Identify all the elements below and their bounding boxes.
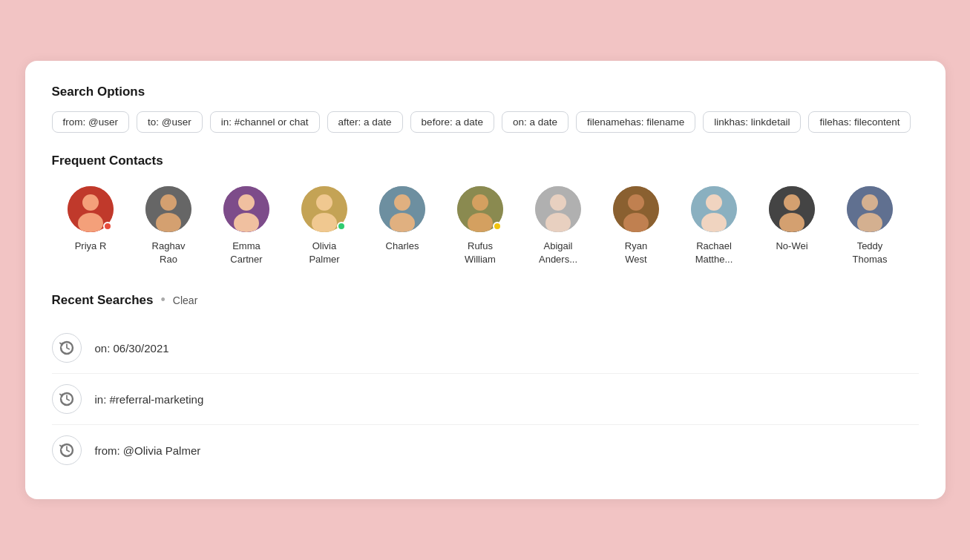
contact-name-teddy: Teddy Thomas (853, 240, 888, 266)
recent-search-item-search1[interactable]: on: 06/30/2021 (52, 323, 919, 374)
contact-item-rufus[interactable]: Rufus William (442, 180, 520, 271)
search-option-chip[interactable]: to: @user (137, 111, 203, 133)
contact-name-raghav: Raghav Rao (152, 240, 186, 266)
search-option-chip[interactable]: on: a date (502, 111, 568, 133)
recent-searches-list: on: 06/30/2021in: #referral-marketingfro… (52, 323, 919, 475)
contact-name-priya: Priya R (75, 240, 107, 253)
status-dot-olivia (337, 222, 346, 231)
contact-item-olivia[interactable]: Olivia Palmer (286, 180, 364, 271)
svg-point-4 (160, 194, 177, 211)
search-option-chip[interactable]: before: a date (410, 111, 494, 133)
recent-searches-title: Recent Searches (52, 293, 154, 308)
frequent-contacts-section: Frequent Contacts Priya RRaghav RaoEmma … (52, 154, 919, 271)
contact-item-charles[interactable]: Charles (364, 180, 442, 271)
dot-separator: • (161, 292, 166, 308)
svg-point-22 (628, 194, 644, 211)
contact-avatar-raghav (145, 186, 191, 232)
recent-search-item-search2[interactable]: in: #referral-marketing (52, 374, 919, 425)
search-option-chip[interactable]: filehas: filecontent (808, 111, 911, 133)
frequent-contacts-title: Frequent Contacts (52, 154, 919, 168)
contact-item-teddy[interactable]: Teddy Thomas (831, 180, 909, 271)
history-icon-wrapper (52, 333, 82, 363)
clear-button[interactable]: Clear (173, 294, 197, 306)
search-option-chip[interactable]: linkhas: linkdetail (703, 111, 801, 133)
contact-item-abigail[interactable]: Abigail Anders... (520, 180, 597, 271)
contact-item-priya[interactable]: Priya R (52, 180, 130, 271)
contact-item-ryan[interactable]: Ryan West (597, 180, 675, 271)
svg-point-1 (82, 194, 99, 211)
svg-point-19 (550, 194, 566, 211)
search-option-chip[interactable]: after: a date (327, 111, 403, 133)
contact-avatar-ryan (613, 186, 659, 232)
history-icon-wrapper (52, 435, 82, 465)
contact-name-emma: Emma Cartner (230, 240, 262, 266)
svg-point-28 (784, 194, 800, 211)
search-option-chip[interactable]: from: @user (52, 111, 129, 133)
history-icon-wrapper (52, 384, 82, 414)
recent-search-text-search1: on: 06/30/2021 (95, 342, 169, 355)
contact-name-rachael: Rachael Matthe... (695, 240, 733, 266)
search-panel: Search Options from: @userto: @userin: #… (25, 61, 946, 499)
svg-point-31 (862, 194, 878, 211)
contact-item-emma[interactable]: Emma Cartner (208, 180, 286, 271)
search-option-chip[interactable]: in: #channel or chat (210, 111, 320, 133)
svg-point-25 (706, 194, 722, 211)
contact-name-charles: Charles (386, 240, 419, 253)
search-options-chips: from: @userto: @userin: #channel or chat… (52, 111, 919, 133)
contact-item-rachael[interactable]: Rachael Matthe... (675, 180, 753, 271)
contact-name-nowei: No-Wei (776, 240, 807, 253)
recent-search-item-search3[interactable]: from: @Olivia Palmer (52, 425, 919, 475)
contact-item-raghav[interactable]: Raghav Rao (130, 180, 208, 271)
search-options-title: Search Options (52, 85, 919, 99)
contact-avatar-emma (223, 186, 269, 232)
contact-name-ryan: Ryan West (625, 240, 647, 266)
contact-name-abigail: Abigail Anders... (539, 240, 577, 266)
status-dot-priya (103, 222, 112, 231)
contact-avatar-abigail (535, 186, 581, 232)
contact-avatar-charles (379, 186, 425, 232)
contact-name-rufus: Rufus William (465, 240, 496, 266)
contacts-row: Priya RRaghav RaoEmma CartnerOlivia Palm… (52, 180, 919, 271)
svg-point-10 (316, 194, 332, 211)
status-dot-rufus (493, 222, 502, 231)
recent-search-text-search2: in: #referral-marketing (95, 393, 204, 406)
svg-point-16 (472, 194, 488, 211)
search-option-chip[interactable]: filenamehas: filename (576, 111, 695, 133)
svg-point-13 (394, 194, 410, 211)
recent-search-text-search3: from: @Olivia Palmer (95, 444, 201, 457)
contact-avatar-rachael (691, 186, 737, 232)
contact-name-olivia: Olivia Palmer (309, 240, 339, 266)
contact-avatar-nowei (769, 186, 815, 232)
contact-avatar-teddy (847, 186, 893, 232)
recent-searches-section: Recent Searches • Clear on: 06/30/2021in… (52, 292, 919, 475)
contact-item-nowei[interactable]: No-Wei (753, 180, 831, 271)
svg-point-7 (238, 194, 255, 211)
